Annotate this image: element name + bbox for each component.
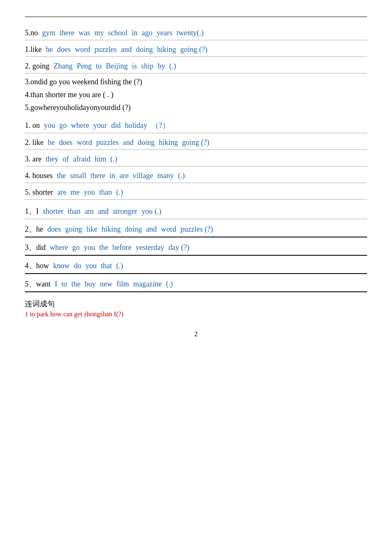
- word-was: was: [79, 29, 90, 37]
- word-him2: him: [95, 155, 106, 164]
- exercise-line-1like: 1.like he does word puzzles and doing hi…: [25, 41, 367, 57]
- word-there1: there: [60, 29, 75, 37]
- word-small2: small: [70, 171, 86, 180]
- word-are2-5: are: [57, 188, 66, 197]
- word-going1: going (?): [180, 45, 207, 54]
- word-you2-5: you: [84, 188, 95, 197]
- exercise-line-3-5: 5、want I to the buy new film magazine (.…: [25, 275, 367, 292]
- label-2-2: 2. like: [25, 138, 44, 147]
- section-footer-header: 连词成句: [25, 299, 367, 309]
- exercise-line-2-2: 2. like he does word puzzles and doing h…: [25, 134, 367, 150]
- word-holiday2: holiday: [125, 121, 147, 130]
- word-and1: and: [121, 45, 131, 54]
- word-to1: to: [96, 62, 102, 71]
- word-period2-3: (.): [110, 155, 117, 164]
- word-he2: he: [48, 138, 55, 147]
- word-you3-4: you: [85, 262, 97, 270]
- word-going3: going: [65, 225, 82, 234]
- word-does3: does: [47, 225, 61, 234]
- page-number: 2: [25, 330, 367, 338]
- word-where2: where: [71, 121, 89, 130]
- word-doing3: doing: [125, 225, 142, 234]
- word-hiking1: hiking: [157, 45, 176, 54]
- exercise-line-3-4: 4、how know do you that (.): [25, 257, 367, 274]
- exercise-line-3-2: 2、he does going like hiking doing and wo…: [25, 220, 367, 237]
- word-zhang: Zhang: [54, 62, 73, 71]
- word-years: years: [157, 29, 173, 37]
- word-is1: is: [132, 62, 137, 71]
- word-you3: you (.): [141, 207, 161, 216]
- section-footer-line1: 1 to park how can get zhongshan I(?): [25, 311, 367, 318]
- word-period1: (.): [169, 62, 176, 71]
- label-3-3: 3、did: [25, 242, 46, 252]
- top-divider: [25, 17, 367, 17]
- word-did2: did: [111, 121, 121, 130]
- word-me2: me: [71, 188, 80, 197]
- word-gym: gym: [42, 29, 56, 37]
- word-school: school: [108, 29, 128, 37]
- word-in2: in: [110, 171, 115, 180]
- word-to3: to: [61, 280, 67, 289]
- word-beijing: Beijing: [106, 62, 128, 71]
- plain-line-4: 4.than shorter me you are ( . ): [25, 90, 367, 99]
- word-peng: Peng: [77, 62, 92, 71]
- word-word3: word: [161, 225, 176, 234]
- word-go3: go: [72, 243, 80, 252]
- word-village2: village: [133, 171, 153, 180]
- plain-line-3: 3.ondid go you weekend fishing the (?): [25, 78, 367, 86]
- word-he1: he: [46, 45, 53, 54]
- word-ago: ago: [142, 29, 153, 37]
- word-does1: does: [57, 45, 71, 54]
- word-and3: and: [98, 207, 109, 216]
- word-many2: many: [157, 171, 174, 180]
- label-2-3: 3. are: [25, 155, 41, 164]
- plain-line-5: 5.gowhereyouholidayonyourdid (?): [25, 103, 367, 112]
- word-do3: do: [74, 262, 81, 270]
- word-day3: day (?): [168, 243, 189, 252]
- label-5no: 5.no: [25, 29, 38, 37]
- exercise-line-2-5: 5. shorter are me you than (.): [25, 184, 367, 200]
- label-3-4: 4、how: [25, 261, 49, 271]
- word-period2-4: (.): [178, 171, 185, 180]
- word-puzzles3: puzzles (?): [180, 225, 213, 234]
- label-3-2: 2、he: [25, 224, 43, 234]
- word-and2: and: [123, 138, 134, 147]
- word-buy3: buy: [85, 280, 96, 289]
- word-doing2: doing: [138, 138, 155, 147]
- word-are2: are: [119, 171, 129, 180]
- exercise-line-5no: 5.no gym there was my school in ago year…: [25, 24, 367, 40]
- word-hiking2: hiking: [159, 138, 178, 147]
- exercise-line-2-1: 1. on you go where your did holiday （?）: [25, 116, 367, 133]
- label-2-5: 5. shorter: [25, 188, 53, 197]
- word-the3-5: the: [71, 280, 80, 289]
- word-am3: am: [85, 207, 94, 216]
- word-your2: your: [93, 121, 107, 130]
- word-does2: does: [59, 138, 73, 147]
- word-in1: in: [132, 29, 138, 37]
- exercise-line-2going: 2. going Zhang Peng to Beijing is ship b…: [25, 58, 367, 73]
- word-word2: word: [77, 138, 92, 147]
- word-puzzles2: puzzles: [96, 138, 119, 147]
- word-stronger3: stronger: [113, 207, 137, 216]
- word-shorter3: shorter: [43, 207, 63, 216]
- exercise-group-2: 1. on you go where your did holiday （?） …: [25, 116, 367, 200]
- word-of2: of: [63, 155, 69, 164]
- word-they2: they: [46, 155, 58, 164]
- word-hiking3: hiking: [102, 225, 121, 234]
- word-the2-4: the: [57, 171, 66, 180]
- word-and3-2: and: [146, 225, 157, 234]
- word-by: by: [158, 62, 165, 71]
- word-period3-4: (.): [116, 262, 123, 270]
- word-word1: word: [75, 45, 90, 54]
- word-twenty: twenty(.): [177, 29, 204, 37]
- word-know3: know: [53, 262, 70, 270]
- word-period3-5: (.): [166, 280, 173, 289]
- word-afraid2: afraid: [73, 155, 90, 164]
- word-like3: like: [86, 225, 97, 234]
- exercise-group-1: 5.no gym there was my school in ago year…: [25, 24, 367, 73]
- word-where3: where: [50, 243, 68, 252]
- word-that3: that: [101, 262, 112, 270]
- word-ship: ship: [141, 62, 153, 71]
- label-3-5: 5、want: [25, 279, 51, 289]
- word-than3: than: [68, 207, 80, 216]
